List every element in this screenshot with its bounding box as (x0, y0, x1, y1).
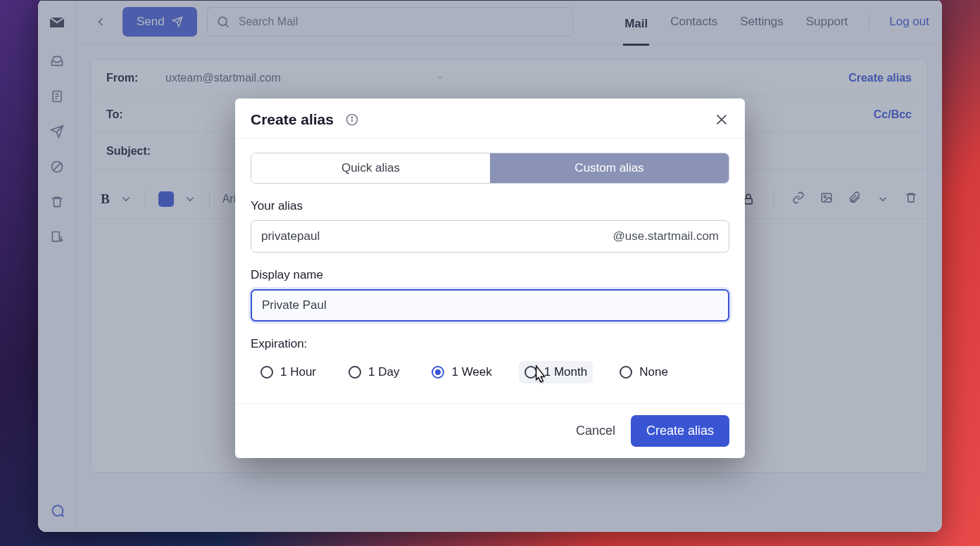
expiration-radio-group: 1 Hour1 Day1 Week1 MonthNone (251, 358, 729, 399)
expiration-option[interactable]: 1 Day (343, 361, 405, 383)
cancel-button[interactable]: Cancel (576, 424, 615, 438)
alias-type-segmented: Quick alias Custom alias (251, 153, 729, 184)
info-icon[interactable] (345, 113, 359, 127)
alias-input-wrap[interactable]: @use.startmail.com (251, 220, 729, 253)
tab-quick-alias[interactable]: Quick alias (251, 153, 490, 183)
close-button[interactable] (714, 112, 729, 127)
radio-icon (620, 366, 632, 379)
display-name-input[interactable] (262, 298, 718, 312)
expiration-option[interactable]: None (614, 361, 674, 383)
expiration-option-label: 1 Hour (280, 365, 316, 379)
alias-domain-suffix: @use.startmail.com (613, 229, 719, 243)
radio-icon (260, 366, 273, 379)
expiration-option-label: None (639, 365, 668, 379)
modal-title: Create alias (251, 111, 334, 128)
alias-field-label: Your alias (251, 199, 729, 213)
svg-point-15 (351, 117, 352, 118)
radio-icon (348, 366, 361, 379)
expiration-label: Expiration: (251, 337, 729, 351)
expiration-option[interactable]: 1 Week (426, 361, 497, 383)
create-alias-submit-button[interactable]: Create alias (631, 415, 729, 447)
alias-input[interactable] (261, 229, 613, 243)
expiration-option-label: 1 Day (368, 365, 399, 379)
expiration-option-label: 1 Month (544, 365, 587, 379)
display-name-input-wrap[interactable] (251, 289, 729, 322)
tab-custom-alias[interactable]: Custom alias (490, 153, 729, 183)
expiration-option-label: 1 Week (451, 365, 491, 379)
radio-icon (432, 366, 444, 379)
display-name-label: Display name (251, 268, 729, 282)
create-alias-modal: Create alias Quick alias Custom alias Yo… (235, 99, 745, 458)
expiration-option[interactable]: 1 Hour (255, 361, 322, 383)
radio-icon (524, 366, 537, 379)
expiration-option[interactable]: 1 Month (519, 361, 593, 383)
modal-overlay: Create alias Quick alias Custom alias Yo… (38, 0, 942, 532)
